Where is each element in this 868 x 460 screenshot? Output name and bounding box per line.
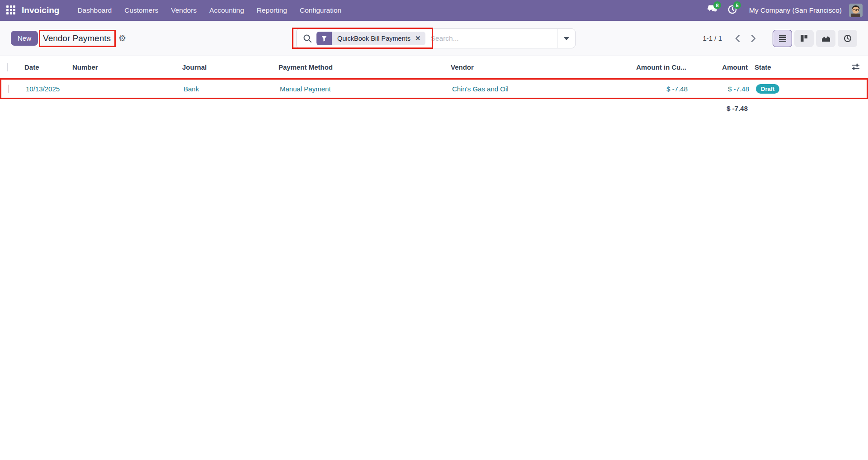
status-badge: Draft bbox=[756, 84, 779, 94]
user-avatar[interactable] bbox=[849, 4, 863, 17]
new-button[interactable]: New bbox=[11, 31, 38, 46]
table-header-row: Date Number Journal Payment Method Vendo… bbox=[0, 56, 868, 78]
menu-accounting[interactable]: Accounting bbox=[203, 3, 250, 18]
company-switcher[interactable]: My Company (San Francisco) bbox=[749, 6, 842, 14]
graph-view-icon bbox=[821, 35, 830, 42]
totals-row: $ -7.48 bbox=[0, 99, 868, 117]
gear-icon[interactable]: ⚙ bbox=[118, 33, 126, 43]
activity-view-button[interactable] bbox=[838, 30, 857, 47]
row-checkbox[interactable] bbox=[8, 85, 9, 93]
search-icon bbox=[303, 34, 312, 43]
search-dropdown-toggle[interactable] bbox=[557, 29, 575, 48]
main-menu: Dashboard Customers Vendors Accounting R… bbox=[71, 3, 348, 18]
cell-amount[interactable]: $ -7.48 bbox=[693, 85, 753, 93]
control-panel: New Vendor Payments ⚙ QuickBook Bill Pay… bbox=[0, 21, 868, 56]
cell-vendor[interactable]: Chin's Gas and Oil bbox=[452, 85, 603, 93]
cell-amount-in-currency[interactable]: $ -7.48 bbox=[603, 85, 693, 93]
chevron-right-icon bbox=[751, 34, 756, 43]
filter-funnel-icon bbox=[316, 32, 332, 45]
activities-button[interactable]: 5 bbox=[725, 4, 740, 17]
chevron-left-icon bbox=[735, 34, 740, 43]
messages-button[interactable]: 8 bbox=[705, 4, 720, 17]
kanban-view-button[interactable] bbox=[794, 30, 814, 47]
page-title: Vendor Payments bbox=[43, 33, 111, 43]
cell-date[interactable]: 10/13/2025 bbox=[21, 85, 74, 93]
top-navbar: Invoicing Dashboard Customers Vendors Ac… bbox=[0, 0, 868, 21]
search-facet-label: QuickBook Bill Payments bbox=[337, 35, 410, 42]
menu-customers[interactable]: Customers bbox=[118, 3, 165, 18]
apps-menu-icon[interactable] bbox=[6, 5, 16, 15]
header-vendor[interactable]: Vendor bbox=[451, 63, 601, 71]
pager-range: 1-1 / 1 bbox=[703, 34, 722, 42]
search-facet-filter[interactable]: QuickBook Bill Payments ✕ bbox=[316, 32, 425, 45]
menu-configuration[interactable]: Configuration bbox=[293, 3, 348, 18]
activity-view-icon bbox=[844, 34, 852, 43]
kanban-view-icon bbox=[800, 34, 808, 42]
annotation-box-title: Vendor Payments bbox=[39, 30, 116, 47]
menu-vendors[interactable]: Vendors bbox=[165, 3, 203, 18]
view-switcher bbox=[773, 30, 857, 47]
pager-previous-button[interactable] bbox=[729, 30, 745, 47]
header-amount[interactable]: Amount bbox=[692, 63, 751, 71]
menu-reporting[interactable]: Reporting bbox=[250, 3, 293, 18]
header-journal[interactable]: Journal bbox=[182, 63, 278, 71]
graph-view-button[interactable] bbox=[816, 30, 835, 47]
cell-journal[interactable]: Bank bbox=[184, 85, 280, 93]
select-all-checkbox[interactable] bbox=[7, 63, 8, 71]
header-number[interactable]: Number bbox=[72, 63, 182, 71]
header-state[interactable]: State bbox=[751, 63, 801, 71]
cell-payment-method[interactable]: Manual Payment bbox=[280, 85, 452, 93]
app-name[interactable]: Invoicing bbox=[22, 5, 59, 15]
total-amount: $ -7.48 bbox=[692, 104, 751, 112]
list-view-icon bbox=[778, 35, 787, 42]
vendor-payments-list: Date Number Journal Payment Method Vendo… bbox=[0, 56, 868, 117]
header-payment-method[interactable]: Payment Method bbox=[278, 63, 451, 71]
list-view-button[interactable] bbox=[773, 30, 792, 47]
pager-next-button[interactable] bbox=[745, 30, 762, 47]
header-date[interactable]: Date bbox=[20, 63, 72, 71]
optional-columns-icon[interactable] bbox=[851, 63, 860, 71]
table-row[interactable]: 10/13/2025 Bank Manual Payment Chin's Ga… bbox=[0, 78, 868, 99]
search-input[interactable] bbox=[425, 34, 557, 43]
header-amount-in-currency[interactable]: Amount in Cu... bbox=[601, 63, 692, 71]
facet-remove-icon[interactable]: ✕ bbox=[415, 34, 421, 43]
menu-dashboard[interactable]: Dashboard bbox=[71, 3, 118, 18]
chevron-down-icon bbox=[564, 37, 569, 40]
search-bar[interactable]: QuickBook Bill Payments ✕ bbox=[296, 28, 576, 48]
activities-count-badge: 5 bbox=[733, 1, 741, 9]
messages-count-badge: 8 bbox=[713, 1, 721, 9]
